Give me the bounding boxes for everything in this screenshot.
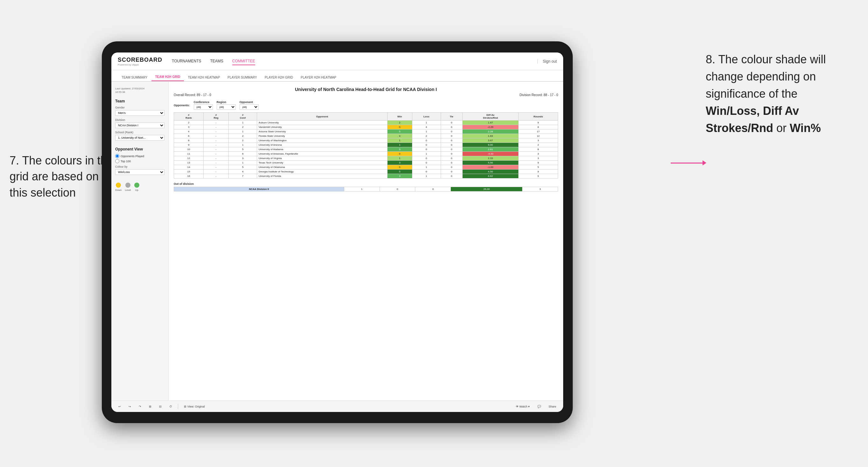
cell-diff: -1.00 xyxy=(462,165,518,169)
cell-rounds: 9 xyxy=(519,174,558,179)
cell-win: 5 xyxy=(387,129,412,134)
cell-win: 3 xyxy=(387,161,412,165)
cell-tie: 0 xyxy=(441,143,462,147)
cell-opponent: University of Virginia xyxy=(257,156,387,161)
cell-rank: 2 xyxy=(174,121,204,125)
cell-win: 0 xyxy=(387,125,412,129)
sidebar-gender-select[interactable]: Men's xyxy=(115,110,164,116)
table-row: 2 - 1 Auburn University 2 1 0 1.67 9 xyxy=(174,121,558,125)
conference-select[interactable]: (All) xyxy=(194,104,213,110)
cell-od-diff: 26.00 xyxy=(451,187,523,191)
tab-player-summary[interactable]: PLAYER SUMMARY xyxy=(224,74,260,81)
nav-teams[interactable]: TEAMS xyxy=(210,58,223,65)
sidebar-team-section: Team xyxy=(115,99,164,103)
nav-bar: SCOREBOARD Powered by clippd TOURNAMENTS… xyxy=(111,53,563,70)
cell-loss: 0 xyxy=(412,161,441,165)
cell-diff: 4.50 xyxy=(462,169,518,174)
cell-rank: 3 xyxy=(174,125,204,129)
logo-area: SCOREBOARD Powered by clippd xyxy=(118,57,162,66)
comment-btn[interactable]: 💬 xyxy=(535,404,543,409)
nav-tournaments[interactable]: TOURNAMENTS xyxy=(172,58,201,65)
cell-win: 4 xyxy=(387,134,412,138)
tab-player-h2h-grid[interactable]: PLAYER H2H GRID xyxy=(261,74,297,81)
tab-team-summary[interactable]: TEAM SUMMARY xyxy=(118,74,151,81)
logo-text: SCOREBOARD xyxy=(118,57,162,63)
extra-btn1[interactable]: ↷ xyxy=(137,404,143,409)
grid-title: University of North Carolina Head-to-Hea… xyxy=(174,87,558,92)
colour-dot-up xyxy=(134,183,140,188)
table-header-row: #Rank #Reg #Conf Opponent Win Loss Tie D… xyxy=(174,113,558,121)
cell-loss: 1 xyxy=(412,174,441,179)
view-original-btn[interactable]: ⊞ View: Original xyxy=(182,404,207,409)
cell-tie: 0 xyxy=(441,152,462,156)
cell-reg: - xyxy=(203,147,228,152)
cell-od-tie: 0 xyxy=(415,187,451,191)
cell-rank: 11 xyxy=(174,152,204,156)
cell-opponent: Vanderbilt University xyxy=(257,125,387,129)
sign-out-link[interactable]: Sign out xyxy=(537,59,557,64)
extra-btn2[interactable]: ⊞ xyxy=(147,404,153,409)
cell-conf: 1 xyxy=(229,129,257,134)
region-filter: Region (All) xyxy=(217,100,236,110)
sidebar-colour-by-select[interactable]: Win/Loss xyxy=(115,169,164,175)
col-tie: Tie xyxy=(441,113,462,121)
col-loss: Loss xyxy=(412,113,441,121)
table-row: 11 - 6 University of Arkansas, Fayettevi… xyxy=(174,152,558,156)
tab-player-h2h-heatmap[interactable]: PLAYER H2H HEATMAP xyxy=(297,74,340,81)
cell-diff: 1.67 xyxy=(462,121,518,125)
extra-btn4[interactable]: ⏱ xyxy=(167,404,174,409)
cell-diff: 1.83 xyxy=(462,134,518,138)
tab-team-h2h-heatmap[interactable]: TEAM H2H HEATMAP xyxy=(184,74,224,81)
sidebar-school-select[interactable]: 1. University of Nort... xyxy=(115,135,164,141)
cell-rank: 8 xyxy=(174,138,204,143)
cell-rounds: 3 xyxy=(519,156,558,161)
region-select[interactable]: (All) xyxy=(217,104,236,110)
cell-rank: 10 xyxy=(174,147,204,152)
sidebar-timestamp: Last Updated: 27/03/2024 16:55:38 xyxy=(115,87,164,94)
extra-btn3[interactable]: ⊟ xyxy=(157,404,163,409)
cell-tie: 0 xyxy=(441,169,462,174)
watch-btn[interactable]: 👁 Watch ▾ xyxy=(514,404,532,409)
cell-diff: 9.00 xyxy=(462,143,518,147)
cell-rank: 13 xyxy=(174,161,204,165)
annotation-right: 8. The colour shade will change dependin… xyxy=(706,51,859,137)
cell-rank: 9 xyxy=(174,143,204,147)
cell-conf: 5 xyxy=(229,165,257,169)
cell-win: 1 xyxy=(387,143,412,147)
cell-loss: 2 xyxy=(412,134,441,138)
table-row: 4 - 1 Arizona State University 5 1 0 2.2… xyxy=(174,129,558,134)
tab-team-h2h-grid[interactable]: TEAM H2H GRID xyxy=(151,73,184,81)
cell-conf: 1 xyxy=(229,161,257,165)
cell-opponent: University of Arizona xyxy=(257,143,387,147)
cell-reg: - xyxy=(203,169,228,174)
cell-rounds: 12 xyxy=(519,134,558,138)
colour-dot-level xyxy=(125,183,130,188)
cell-tie: 0 xyxy=(441,138,462,143)
cell-tie: 0 xyxy=(441,156,462,161)
toolbar-sep1 xyxy=(178,404,178,409)
cell-loss: 0 xyxy=(412,169,441,174)
col-rank: #Rank xyxy=(174,113,204,121)
cell-loss: 0 xyxy=(412,156,441,161)
cell-tie: 0 xyxy=(441,174,462,179)
cell-conf: 2 xyxy=(229,125,257,129)
cell-reg: - xyxy=(203,165,228,169)
cell-conf: 6 xyxy=(229,152,257,156)
nav-committee[interactable]: COMMITTEE xyxy=(232,58,255,65)
redo-btn[interactable]: ↪ xyxy=(127,404,133,409)
radio-opponents-played[interactable]: Opponents Played xyxy=(115,154,164,158)
cell-rank: 15 xyxy=(174,169,204,174)
grid-area: University of North Carolina Head-to-Hea… xyxy=(168,82,563,401)
cell-win: 2 xyxy=(387,121,412,125)
opponents-filter-label: Opponents: xyxy=(174,104,190,107)
cell-diff: 2.28 xyxy=(462,129,518,134)
col-win: Win xyxy=(387,113,412,121)
opponent-select[interactable]: (All) xyxy=(240,104,259,110)
cell-od-win: 1 xyxy=(344,187,380,191)
undo-btn[interactable]: ↩ xyxy=(117,404,123,409)
share-btn[interactable]: Share xyxy=(547,404,558,409)
cell-rounds: 5 xyxy=(519,165,558,169)
overall-record: Overall Record: 89 - 17 - 0 xyxy=(174,93,211,97)
radio-top100[interactable]: Top 100 xyxy=(115,159,164,163)
sidebar-division-select[interactable]: NCAA Division I xyxy=(115,122,164,128)
